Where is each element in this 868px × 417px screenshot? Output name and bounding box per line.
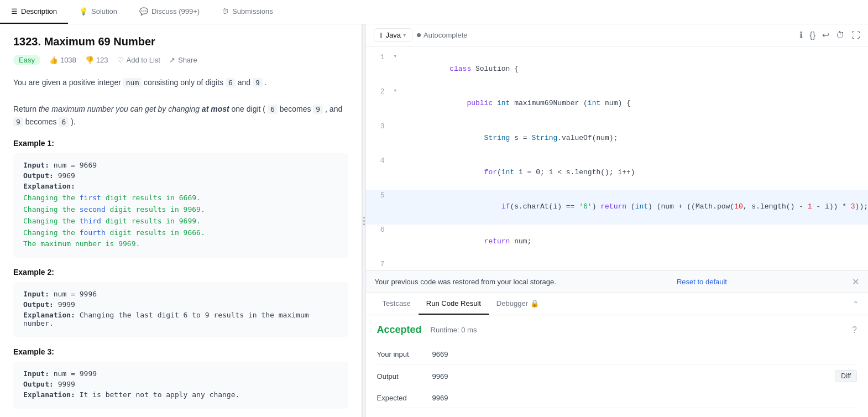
expand-button[interactable]: ⌃ (853, 300, 859, 309)
solution-icon: 💡 (79, 7, 88, 15)
right-panel: ℹ Java ▾ Autocomplete ℹ {} ↩ ⏱ ⛶ (366, 24, 868, 417)
expected-label: Expected (377, 394, 432, 402)
code-line-2: 2 ▾ public int maximum69Number (int num)… (366, 86, 868, 121)
description-icon: ☰ (11, 7, 18, 15)
example-1-output: Output: 9969 (23, 171, 338, 180)
heart-icon: ♡ (117, 56, 124, 64)
tab-description[interactable]: ☰ Description (0, 0, 68, 24)
example-3-output: Output: 9999 (23, 380, 338, 388)
lock-icon: 🔒 (530, 299, 539, 307)
restore-bar: Your previous code was restored from you… (366, 270, 868, 293)
autocomplete-dot (417, 33, 421, 37)
chevron-down-icon: ▾ (403, 32, 406, 39)
example-2-output: Output: 9999 (23, 300, 338, 309)
share-button[interactable]: ↗ Share (169, 56, 197, 64)
example-2-input: Input: num = 9996 (23, 290, 338, 298)
bottom-tabs: Testcase Run Code Result Debugger 🔒 ⌃ (366, 293, 868, 315)
restore-close-button[interactable]: ✕ (852, 277, 859, 287)
problem-meta: Easy 👍 1038 👎 123 ♡ Add to List ↗ Share (13, 55, 348, 65)
tab-solution[interactable]: 💡 Solution (68, 0, 128, 24)
example-1-box: Input: num = 9669 Output: 9969 Explanati… (13, 153, 348, 258)
example-1-explanation-label: Explanation: (23, 182, 338, 190)
main-content: 1323. Maximum 69 Number Easy 👍 1038 👎 12… (0, 24, 868, 417)
problem-description: You are given a positive integer num con… (13, 76, 348, 129)
difficulty-badge: Easy (13, 55, 40, 65)
result-help-icon[interactable]: ? (852, 325, 857, 335)
example-3-input: Input: num = 9999 (23, 369, 338, 378)
code-line-1: 1 ▾ class Solution { (366, 52, 868, 86)
downvote-button[interactable]: 👎 123 (85, 56, 108, 64)
output-label: Output (377, 372, 432, 380)
code-line-7: 7 } (366, 259, 868, 270)
thumbs-up-icon: 👍 (49, 56, 58, 64)
accepted-label: Accepted (377, 324, 422, 336)
code-line-5: 5 if(s.charAt(i) == '6') return (int) (n… (366, 190, 868, 225)
code-line-3: 3 String s = String.valueOf(num); (366, 121, 868, 155)
share-icon: ↗ (169, 56, 175, 64)
add-to-list-button[interactable]: ♡ Add to List (117, 56, 160, 64)
panel-divider[interactable] (362, 24, 366, 417)
info-toolbar-icon[interactable]: ℹ (799, 30, 803, 40)
top-nav: ☰ Description 💡 Solution 💬 Discuss (999+… (0, 0, 868, 24)
code-line-4: 4 for(int i = 0; i < s.length(); i++) (366, 155, 868, 190)
reset-to-default-link[interactable]: Reset to default (677, 278, 727, 286)
result-area: Accepted Runtime: 0 ms ? Your input 9669… (366, 315, 868, 417)
upvote-button[interactable]: 👍 1038 (49, 56, 76, 64)
your-input-row: Your input 9669 (377, 345, 857, 364)
bottom-panel: Testcase Run Code Result Debugger 🔒 ⌃ Ac… (366, 293, 868, 417)
example-3-title: Example 3: (13, 347, 348, 356)
submissions-icon: ⏱ (222, 7, 229, 15)
fullscreen-icon[interactable]: ⛶ (851, 30, 860, 40)
autocomplete-button[interactable]: Autocomplete (417, 31, 468, 39)
tab-testcase[interactable]: Testcase (375, 293, 419, 315)
your-input-label: Your input (377, 350, 432, 358)
discuss-icon: 💬 (139, 7, 148, 15)
example-2-explanation-label: Explanation: Changing the last digit 6 t… (23, 311, 338, 327)
output-row: Output 9969 Diff (377, 364, 857, 388)
example-3-explanation-label: Explanation: It is better not to apply a… (23, 390, 338, 399)
app-container: ☰ Description 💡 Solution 💬 Discuss (999+… (0, 0, 868, 417)
diff-button[interactable]: Diff (835, 370, 857, 382)
settings-icon[interactable]: ⏱ (836, 30, 845, 40)
example-3-box: Input: num = 9999 Output: 9999 Explanati… (13, 362, 348, 409)
output-value: 9969 (432, 372, 835, 380)
left-panel: 1323. Maximum 69 Number Easy 👍 1038 👎 12… (0, 24, 362, 417)
example-2-box: Input: num = 9996 Output: 9999 Explanati… (13, 282, 348, 337)
thumbs-down-icon: 👎 (85, 56, 94, 64)
example-1-input: Input: num = 9669 (23, 161, 338, 169)
tab-submissions[interactable]: ⏱ Submissions (211, 0, 284, 24)
your-input-value: 9669 (432, 350, 857, 358)
format-icon[interactable]: {} (809, 30, 815, 40)
example-1-title: Example 1: (13, 139, 348, 148)
tab-debugger[interactable]: Debugger 🔒 (489, 293, 547, 315)
expected-value: 9969 (432, 394, 857, 402)
result-header: Accepted Runtime: 0 ms ? (377, 324, 857, 336)
undo-icon[interactable]: ↩ (822, 30, 829, 40)
tab-discuss[interactable]: 💬 Discuss (999+) (128, 0, 211, 24)
editor-toolbar: ℹ Java ▾ Autocomplete ℹ {} ↩ ⏱ ⛶ (366, 24, 868, 46)
example-2-title: Example 2: (13, 268, 348, 277)
example-1-explanation: Changing the first digit results in 6669… (23, 192, 338, 250)
code-editor[interactable]: 1 ▾ class Solution { 2 ▾ public int maxi… (366, 46, 868, 270)
problem-title: 1323. Maximum 69 Number (13, 35, 348, 48)
info-icon: ℹ (380, 32, 383, 39)
runtime-label: Runtime: 0 ms (431, 326, 477, 334)
language-selector[interactable]: ℹ Java ▾ (374, 28, 412, 42)
tab-run-code-result[interactable]: Run Code Result (419, 293, 489, 315)
code-line-6: 6 return num; (366, 225, 868, 259)
expected-row: Expected 9969 (377, 388, 857, 408)
